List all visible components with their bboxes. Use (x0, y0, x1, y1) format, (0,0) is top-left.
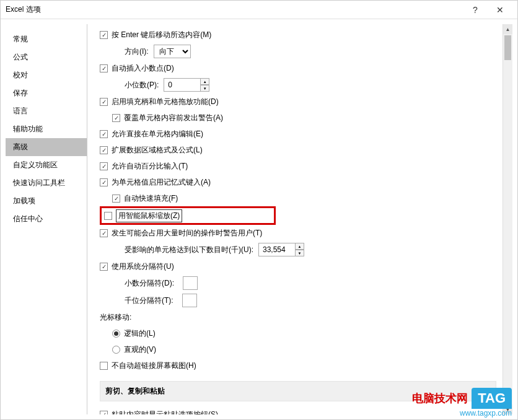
option-overwrite-warn[interactable]: 覆盖单元格内容前发出警告(A) (100, 110, 496, 126)
checkbox-icon[interactable] (100, 263, 108, 271)
checkbox-icon[interactable] (112, 195, 120, 203)
option-autocomplete[interactable]: 为单元格值启用记忆式键入(A) (100, 174, 496, 190)
option-label: 启用填充柄和单元格拖放功能(D) (112, 97, 219, 107)
radio-icon[interactable] (112, 330, 120, 338)
option-extend-format[interactable]: 扩展数据区域格式及公式(L) (100, 142, 496, 158)
sidebar-item-label: 加载项 (13, 196, 35, 205)
close-button[interactable]: ✕ (488, 1, 512, 19)
threshold-spinner[interactable]: ▲▼ (258, 243, 304, 256)
sidebar-item-general[interactable]: 常规 (6, 30, 87, 48)
option-label: 使用系统分隔符(U) (112, 261, 174, 272)
radio-label: 直观的(V) (124, 344, 156, 355)
checkbox-icon[interactable] (100, 98, 108, 106)
option-auto-decimal[interactable]: 自动插入小数点(D) (100, 60, 496, 76)
spin-down-icon[interactable]: ▼ (201, 85, 209, 92)
option-label: 用智能鼠标缩放(Z) (116, 209, 182, 222)
sidebar-item-proofing[interactable]: 校对 (6, 66, 87, 84)
checkbox-icon[interactable] (104, 212, 112, 220)
radio-logical[interactable]: 逻辑的(L) (100, 325, 496, 341)
option-label: 允许自动百分比输入(T) (112, 161, 188, 172)
cursor-move-label: 光标移动: (100, 312, 131, 323)
option-label: 发生可能会占用大量时间的操作时警告用户(T) (112, 228, 262, 238)
direction-select[interactable]: 向下 (154, 45, 191, 58)
sidebar-item-trust-center[interactable]: 信任中心 (6, 210, 87, 228)
checkbox-icon[interactable] (100, 130, 108, 138)
sidebar-item-label: 常规 (13, 35, 28, 43)
option-enter-move[interactable]: 按 Enter 键后移动所选内容(M) (100, 27, 496, 43)
scroll-down-icon[interactable]: ▼ (503, 405, 512, 414)
checkbox-icon[interactable] (100, 362, 108, 370)
scroll-up-icon[interactable]: ▲ (503, 24, 512, 34)
sidebar-item-save[interactable]: 保存 (6, 84, 87, 102)
decimal-sep-label: 小数分隔符(D): (125, 278, 174, 289)
option-label: 为单元格值启用记忆式键入(A) (112, 177, 211, 188)
decimals-label: 小位数(P): (125, 80, 159, 90)
vertical-scrollbar[interactable]: ▲ ▼ (503, 24, 512, 414)
decimals-input[interactable] (164, 78, 201, 92)
option-label: 自动快速填充(F) (124, 193, 178, 204)
help-button[interactable]: ? (463, 1, 488, 19)
radio-label: 逻辑的(L) (124, 328, 156, 339)
threshold-label: 受影响的单元格达到以下数目时(千)(U): (125, 245, 253, 255)
option-label: 自动插入小数点(D) (112, 63, 174, 74)
spin-down-icon[interactable]: ▼ (296, 250, 304, 256)
checkbox-icon[interactable] (100, 31, 108, 39)
sidebar-item-formulas[interactable]: 公式 (6, 48, 87, 66)
checkbox-icon[interactable] (100, 64, 108, 72)
thousand-sep-input[interactable] (182, 294, 197, 307)
sidebar-item-label: 校对 (13, 71, 28, 79)
threshold-input[interactable] (258, 243, 296, 256)
spin-up-icon[interactable]: ▲ (296, 243, 304, 250)
radio-icon[interactable] (112, 346, 120, 354)
spin-up-icon[interactable]: ▲ (201, 78, 209, 85)
sidebar-item-language[interactable]: 语言 (6, 102, 87, 120)
sidebar-item-customize-ribbon[interactable]: 自定义功能区 (6, 156, 87, 174)
option-auto-percent[interactable]: 允许自动百分比输入(T) (100, 158, 496, 174)
thousand-sep-label: 千位分隔符(T): (125, 295, 173, 306)
option-label: 允许直接在单元格内编辑(E) (112, 129, 203, 139)
sidebar-item-quick-access[interactable]: 快速访问工具栏 (6, 174, 87, 192)
scrollbar-thumb[interactable] (504, 35, 511, 60)
checkbox-icon[interactable] (100, 162, 108, 170)
dialog-title: Excel 选项 (6, 4, 463, 15)
decimal-sep-input[interactable] (183, 276, 198, 290)
sidebar-item-advanced[interactable]: 高级 (6, 138, 87, 156)
sidebar-item-label: 高级 (13, 142, 28, 151)
sidebar: 常规 公式 校对 保存 语言 辅助功能 高级 自定义功能区 快速访问工具栏 加载… (6, 24, 87, 414)
option-fill-handle[interactable]: 启用填充柄和单元格拖放功能(D) (100, 94, 496, 110)
section-cut-copy-paste: 剪切、复制和粘贴 (100, 381, 496, 401)
direction-label: 方向(I): (125, 46, 149, 57)
radio-visual[interactable]: 直观的(V) (100, 341, 496, 357)
option-edit-direct[interactable]: 允许直接在单元格内编辑(E) (100, 126, 496, 142)
checkbox-icon[interactable] (100, 229, 108, 237)
highlighted-option: 用智能鼠标缩放(Z) (100, 206, 276, 225)
sidebar-item-label: 信任中心 (13, 214, 43, 223)
option-label: 不自动超链接屏幕截图(H) (112, 361, 196, 371)
sidebar-item-accessibility[interactable]: 辅助功能 (6, 120, 87, 138)
checkbox-icon[interactable] (112, 114, 120, 122)
decimals-spinner[interactable]: ▲▼ (164, 78, 209, 92)
sidebar-item-label: 辅助功能 (13, 125, 43, 133)
option-warn-long[interactable]: 发生可能会占用大量时间的操作时警告用户(T) (100, 225, 496, 241)
checkbox-icon[interactable] (100, 178, 108, 186)
option-paste-options-button[interactable]: 粘贴内容时显示粘贴选项按钮(S) (100, 406, 496, 414)
sidebar-item-label: 语言 (13, 107, 28, 115)
option-label: 按 Enter 键后移动所选内容(M) (112, 30, 211, 40)
sidebar-item-label: 公式 (13, 53, 28, 61)
checkbox-icon[interactable] (100, 411, 108, 415)
sidebar-item-addins[interactable]: 加载项 (6, 192, 87, 210)
checkbox-icon[interactable] (100, 146, 108, 154)
option-label: 扩展数据区域格式及公式(L) (112, 145, 203, 155)
option-system-separators[interactable]: 使用系统分隔符(U) (100, 258, 496, 274)
option-flash-fill[interactable]: 自动快速填充(F) (100, 190, 496, 206)
sidebar-item-label: 快速访问工具栏 (13, 178, 65, 187)
option-no-hyperlink-screenshot[interactable]: 不自动超链接屏幕截图(H) (100, 357, 496, 374)
sidebar-item-label: 保存 (13, 89, 28, 97)
option-label: 覆盖单元格内容前发出警告(A) (124, 113, 223, 123)
sidebar-item-label: 自定义功能区 (13, 160, 58, 169)
option-label: 粘贴内容时显示粘贴选项按钮(S) (112, 409, 218, 415)
